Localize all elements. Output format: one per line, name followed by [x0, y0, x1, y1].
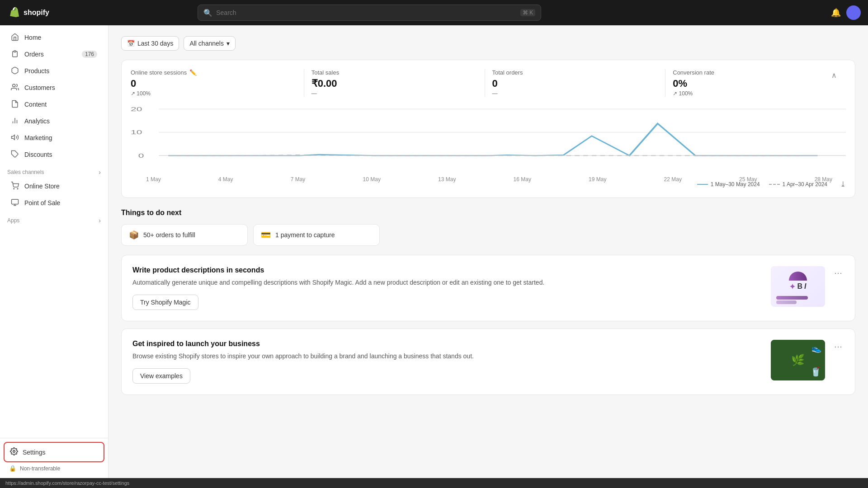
sales-channels-section[interactable]: Sales channels › — [0, 163, 108, 178]
x-axis-labels: 1 May 4 May 7 May 10 May 13 May 16 May 1… — [131, 176, 846, 183]
sidebar-item-label: Point of Sale — [24, 199, 60, 206]
chevron-down-icon: ▾ — [226, 40, 230, 47]
feature-card-title: Write product descriptions in seconds — [132, 266, 764, 274]
sidebar-item-point-of-sale[interactable]: Point of Sale — [4, 195, 104, 211]
topbar: shopify 🔍 ⌘ K 🔔 — [0, 0, 868, 25]
sidebar-nav: Home Orders 176 Products Customers — [0, 25, 108, 438]
chart-area: 20 10 0 1 May 4 May 7 May 10 May 13 May — [131, 104, 846, 176]
stat-value: 0 — [492, 78, 658, 89]
bell-icon[interactable]: 🔔 — [831, 8, 841, 18]
sidebar-item-customers[interactable]: Customers — [4, 80, 104, 96]
sidebar-item-label: Products — [24, 67, 49, 75]
settings-button[interactable]: Settings — [4, 442, 104, 462]
stat-total-orders: Total orders 0 — — [485, 69, 666, 97]
sidebar-item-label: Marketing — [24, 134, 52, 141]
discounts-icon — [11, 150, 20, 159]
stat-total-sales: Total sales ₹0.00 — — [304, 69, 485, 97]
sidebar-item-analytics[interactable]: Analytics — [4, 113, 104, 129]
date-range-label: Last 30 days — [137, 40, 173, 47]
sidebar-item-label: Content — [24, 101, 47, 108]
stat-value: ₹0.00 — [311, 78, 477, 89]
sales-channels-label: Sales channels — [7, 169, 44, 175]
home-icon — [11, 33, 20, 42]
feature-card-content: Get inspired to launch your business Bro… — [132, 340, 764, 384]
lock-icon: 🔒 — [9, 465, 16, 472]
filter-bar: 📅 Last 30 days All channels ▾ — [121, 36, 855, 51]
sidebar-item-label: Analytics — [24, 117, 50, 125]
things-to-do-title: Things to do next — [121, 209, 855, 217]
sidebar-item-discounts[interactable]: Discounts — [4, 146, 104, 163]
apps-section[interactable]: Apps › — [0, 211, 108, 226]
main-content: 📅 Last 30 days All channels ▾ Online sto… — [108, 25, 868, 478]
stat-label: Conversion rate — [673, 69, 714, 76]
chart-svg: 20 10 0 — [131, 104, 846, 176]
products-icon — [11, 66, 20, 75]
stat-change: ↗ 100% — [673, 90, 714, 97]
stat-change: ↗ 100% — [131, 90, 297, 97]
stat-change: — — [311, 90, 477, 97]
stats-card: Online store sessions ✏️ 0 ↗ 100% Total … — [121, 60, 855, 198]
box-icon: 📦 — [129, 230, 139, 240]
launch-card-menu-button[interactable]: ⋯ — [832, 340, 844, 353]
settings-icon — [10, 447, 18, 457]
sidebar-item-home[interactable]: Home — [4, 29, 104, 46]
edit-icon[interactable]: ✏️ — [189, 69, 197, 76]
fulfill-orders-label: 50+ orders to fulfill — [143, 231, 195, 239]
marketing-icon — [11, 133, 20, 142]
feature-card-title: Get inspired to launch your business — [132, 340, 764, 348]
sidebar-item-label: Discounts — [24, 151, 52, 158]
stats-row: Online store sessions ✏️ 0 ↗ 100% Total … — [131, 69, 846, 97]
launch-business-card: Get inspired to launch your business Bro… — [121, 328, 855, 395]
status-url: https://admin.shopify.com/store/razorpay… — [5, 480, 129, 486]
non-transferable-label: Non-transferable — [20, 465, 60, 472]
search-input[interactable] — [216, 9, 517, 16]
svg-text:10: 10 — [131, 129, 142, 136]
orders-icon — [11, 50, 20, 59]
collapse-stats-button[interactable]: ∧ — [830, 69, 839, 81]
view-examples-button[interactable]: View examples — [132, 368, 190, 384]
sidebar-item-content[interactable]: Content — [4, 96, 104, 113]
stat-change: — — [492, 90, 658, 97]
sidebar-item-products[interactable]: Products — [4, 63, 104, 79]
sidebar-item-label: Customers — [24, 84, 55, 91]
svg-rect-0 — [14, 51, 16, 52]
channels-filter[interactable]: All channels ▾ — [184, 36, 236, 51]
analytics-icon — [11, 117, 20, 126]
svg-text:0: 0 — [138, 152, 144, 159]
orders-badge: 176 — [82, 51, 97, 58]
launch-illustration: 🌿 🥤 👟 — [771, 340, 825, 380]
feature-card-desc: Automatically generate unique and compel… — [132, 278, 764, 287]
apps-chevron: › — [99, 217, 101, 224]
content-icon — [11, 100, 20, 109]
svg-rect-9 — [12, 199, 19, 204]
shopify-logo: shopify — [7, 6, 49, 19]
stat-label: Total orders — [492, 69, 658, 76]
svg-marker-5 — [12, 135, 15, 140]
calendar-icon: 📅 — [127, 40, 135, 47]
avatar[interactable] — [846, 5, 861, 20]
capture-payment-label: 1 payment to capture — [275, 231, 335, 239]
sidebar-item-label: Online Store — [24, 183, 60, 190]
stat-conversion-rate: Conversion rate 0% ↗ 100% ∧ — [665, 69, 846, 97]
sidebar-item-marketing[interactable]: Marketing — [4, 130, 104, 146]
pos-icon — [11, 198, 20, 207]
fulfill-orders-card[interactable]: 📦 50+ orders to fulfill — [121, 224, 248, 246]
date-range-filter[interactable]: 📅 Last 30 days — [121, 36, 179, 51]
magic-card-menu-button[interactable]: ⋯ — [832, 266, 844, 280]
legend-line-dashed — [769, 184, 780, 185]
capture-payment-card[interactable]: 💳 1 payment to capture — [253, 224, 380, 246]
settings-label: Settings — [23, 449, 46, 456]
non-transferable-bar: 🔒 Non-transferable — [4, 462, 104, 474]
apps-label: Apps — [7, 217, 19, 224]
stat-label: Total sales — [311, 69, 477, 76]
view-examples-label: View examples — [140, 372, 183, 380]
sidebar-item-orders[interactable]: Orders 176 — [4, 46, 104, 62]
status-bar: https://admin.shopify.com/store/razorpay… — [0, 478, 868, 488]
magic-illustration: ✦ B I — [771, 266, 825, 307]
sidebar-item-label: Orders — [24, 51, 44, 58]
stat-label: Online store sessions ✏️ — [131, 69, 297, 76]
stat-value: 0% — [673, 78, 714, 89]
sidebar-item-online-store[interactable]: Online Store — [4, 178, 104, 194]
try-shopify-magic-button[interactable]: Try Shopify Magic — [132, 295, 198, 310]
search-bar[interactable]: 🔍 ⌘ K — [198, 5, 541, 21]
